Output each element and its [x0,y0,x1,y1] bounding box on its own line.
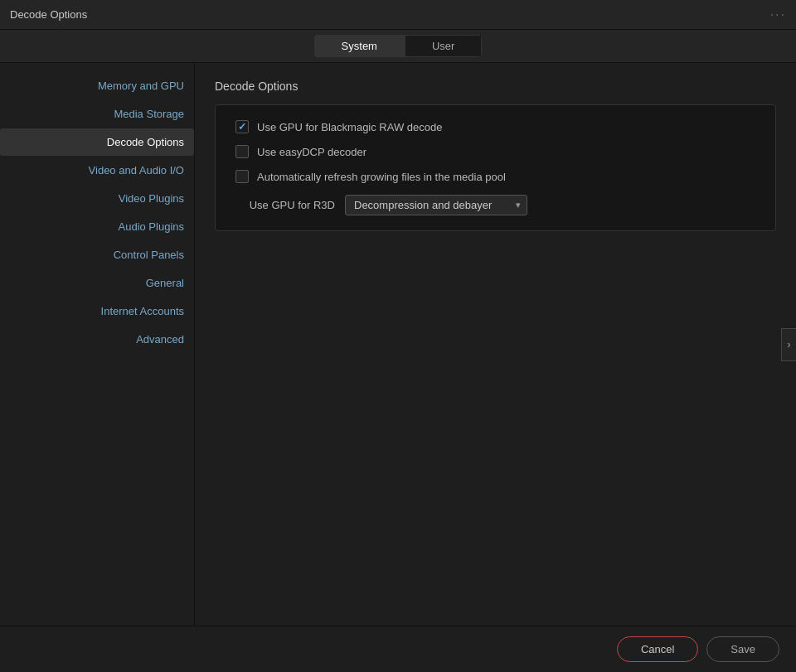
checkbox-gpu-blackmagic-box[interactable]: ✓ [235,120,249,133]
tabs-bar: System User [0,30,796,63]
sidebar-item-internet-accounts[interactable]: Internet Accounts [0,297,194,325]
tab-user[interactable]: User [405,35,482,57]
section-title: Decode Options [215,80,776,93]
sidebar-item-general[interactable]: General [0,269,194,297]
more-options-button[interactable]: ··· [770,7,786,22]
bottom-bar: Cancel Save [0,626,796,672]
content-area: Decode Options ✓ Use GPU for Blackmagic … [195,63,796,626]
cancel-button[interactable]: Cancel [617,636,698,662]
sidebar-item-media-storage[interactable]: Media Storage [0,100,194,128]
label-gpu-blackmagic: Use GPU for Blackmagic RAW decode [257,121,442,133]
sidebar-item-audio-plugins[interactable]: Audio Plugins [0,213,194,240]
checkbox-easydcp-box[interactable] [235,145,249,158]
right-expand-arrow[interactable]: › [781,328,796,361]
sidebar-item-advanced[interactable]: Advanced [0,326,194,353]
checkbox-easydcp[interactable]: Use easyDCP decoder [235,145,366,158]
gpu-r3d-select-wrapper: Decompression and debayer Decompression … [345,195,527,215]
sidebar-item-video-audio-io[interactable]: Video and Audio I/O [0,157,194,184]
sidebar: Memory and GPU Media Storage Decode Opti… [0,63,195,626]
checkmark-gpu-blackmagic: ✓ [238,121,246,133]
sidebar-item-decode-options[interactable]: Decode Options [0,128,194,156]
checkbox-gpu-blackmagic[interactable]: ✓ Use GPU for Blackmagic RAW decode [235,120,442,133]
gpu-r3d-row: Use GPU for R3D Decompression and debaye… [235,195,755,215]
option-row-easydcp: Use easyDCP decoder [235,145,755,158]
main-layout: Memory and GPU Media Storage Decode Opti… [0,63,796,626]
tab-system[interactable]: System [314,35,405,57]
main-window: Decode Options ··· System User Memory an… [0,0,796,672]
option-row-auto-refresh: Automatically refresh growing files in t… [235,170,755,183]
chevron-right-icon: › [788,339,791,351]
save-button[interactable]: Save [706,636,779,662]
title-bar: Decode Options ··· [0,0,796,30]
label-auto-refresh: Automatically refresh growing files in t… [257,171,506,183]
checkbox-auto-refresh-box[interactable] [235,170,249,183]
label-easydcp: Use easyDCP decoder [257,146,366,158]
gpu-r3d-select[interactable]: Decompression and debayer Decompression … [345,195,527,215]
checkbox-auto-refresh[interactable]: Automatically refresh growing files in t… [235,170,506,183]
gpu-r3d-label: Use GPU for R3D [235,199,335,211]
sidebar-item-control-panels[interactable]: Control Panels [0,241,194,268]
window-title: Decode Options [10,8,87,21]
sidebar-item-video-plugins[interactable]: Video Plugins [0,185,194,212]
sidebar-item-memory-gpu[interactable]: Memory and GPU [0,72,194,99]
options-panel: ✓ Use GPU for Blackmagic RAW decode Use … [215,104,776,231]
option-row-gpu-blackmagic: ✓ Use GPU for Blackmagic RAW decode [235,120,755,133]
tab-group: System User [314,35,483,57]
